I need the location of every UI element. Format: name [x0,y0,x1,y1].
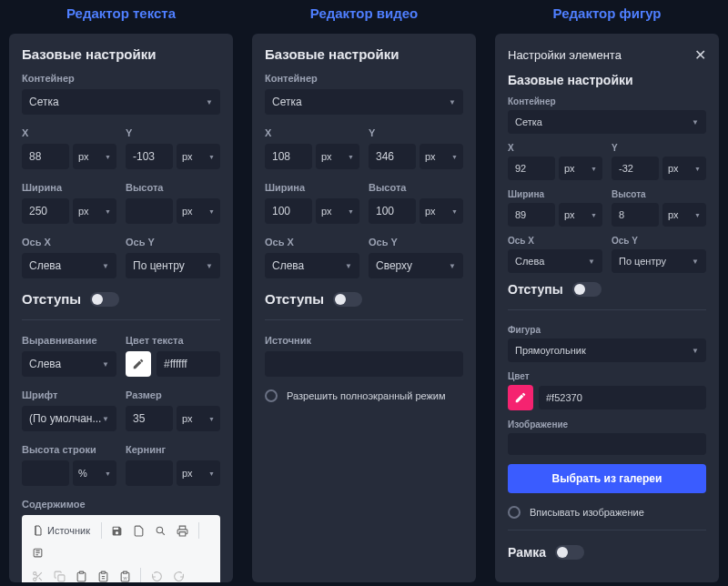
axis-y-select[interactable]: По центру▼ [126,253,220,278]
lineheight-input[interactable] [22,460,69,486]
height-input[interactable]: 8 [612,203,659,227]
svg-rect-5 [79,571,83,573]
textcolor-swatch[interactable] [126,351,151,377]
textcolor-input[interactable]: #ffffff [157,351,220,377]
section-basic-title: Базовые настройки [265,46,463,62]
x-input[interactable]: 88 [22,144,69,169]
toolbar-paste-text-button[interactable] [93,566,113,582]
source-input[interactable] [265,351,463,377]
caret-down-icon: ▼ [348,154,354,160]
shape-type-select[interactable]: Прямоугольник ▼ [508,338,706,362]
y-unit-select[interactable]: px▼ [420,144,463,169]
divider [508,309,706,310]
y-input[interactable]: -103 [126,144,173,169]
width-input[interactable]: 89 [508,203,555,227]
axis-x-select[interactable]: Слева▼ [508,249,602,273]
toolbar-newdoc-button[interactable] [129,520,149,541]
width-unit-select[interactable]: px▼ [316,198,359,224]
fit-image-radio[interactable] [508,506,521,519]
caret-down-icon: ▼ [206,262,213,270]
width-unit-select[interactable]: px▼ [559,203,602,227]
toolbar-paste-word-button[interactable]: W [115,566,135,582]
frame-label: Рамка [508,545,546,560]
richtext-toolbar: Источник W [22,515,220,582]
axis-x-label: Ось X [508,236,602,246]
font-select[interactable]: (По умолчан...▼ [22,406,116,431]
axis-y-label: Ось Y [369,237,463,248]
x-unit-select[interactable]: px▼ [559,157,602,180]
axis-x-select[interactable]: Слева▼ [265,253,359,278]
y-label: Y [126,127,220,138]
container-select[interactable]: Сетка ▼ [265,89,463,115]
x-unit-select[interactable]: px▼ [316,144,359,169]
axis-x-select[interactable]: Слева▼ [22,253,116,278]
caret-down-icon: ▼ [105,208,111,215]
caret-down-icon: ▼ [694,166,701,172]
height-unit-select[interactable]: px▼ [177,198,220,224]
svg-point-3 [33,578,35,581]
svg-point-0 [157,527,164,533]
fontsize-input[interactable]: 35 [126,406,173,431]
caret-down-icon: ▼ [694,212,701,218]
column-text-editor: Редактор текста Базовые настройки Контей… [9,4,233,582]
toolbar-source-button[interactable]: Источник [27,520,96,541]
offsets-toggle[interactable] [572,282,602,297]
kerning-label: Кернинг [126,444,220,455]
x-input[interactable]: 108 [265,144,312,169]
lineheight-unit-select[interactable]: %▼ [73,460,116,486]
height-label: Высота [612,189,706,199]
toolbar-save-button[interactable] [107,520,127,541]
image-input[interactable] [508,433,706,455]
height-input[interactable] [126,198,173,224]
width-input[interactable]: 250 [22,198,69,224]
container-select[interactable]: Сетка ▼ [22,89,220,115]
toolbar-copy-button[interactable] [49,566,69,582]
column-title: Редактор фигур [495,5,719,21]
y-input[interactable]: 346 [369,144,416,169]
height-input[interactable]: 100 [369,198,416,224]
fontsize-unit-select[interactable]: px▼ [177,406,220,431]
caret-down-icon: ▼ [692,118,699,126]
align-select[interactable]: Слева▼ [22,351,116,377]
shapecolor-input[interactable]: #f52370 [539,386,706,409]
container-select[interactable]: Сетка ▼ [508,110,706,134]
shape-type-label: Фигура [508,325,706,335]
height-unit-select[interactable]: px▼ [662,203,706,227]
close-icon[interactable]: ✕ [694,46,706,64]
toolbar-undo-button[interactable] [147,566,167,582]
file-icon [133,525,145,537]
y-input[interactable]: -32 [612,157,659,180]
save-icon [111,525,123,537]
kerning-unit-select[interactable]: px▼ [177,460,220,486]
y-unit-select[interactable]: px▼ [177,144,220,169]
select-gallery-button[interactable]: Выбрать из галереи [508,464,706,493]
toolbar-paste-button[interactable] [71,566,91,582]
shapecolor-swatch[interactable] [508,385,533,410]
section-basic-title: Базовые настройки [22,46,220,62]
caret-down-icon: ▼ [345,262,352,270]
panel-shape: Настройки элемента ✕ Базовые настройки К… [495,34,719,582]
offsets-toggle[interactable] [333,292,362,307]
y-unit-select[interactable]: px▼ [662,157,706,180]
frame-toggle[interactable] [555,545,584,560]
document-icon [33,525,44,536]
height-unit-select[interactable]: px▼ [420,198,463,224]
kerning-input[interactable] [126,460,173,486]
axis-y-select[interactable]: По центру▼ [612,249,706,273]
offsets-toggle[interactable] [90,292,119,307]
caret-down-icon: ▼ [102,262,109,270]
toolbar-cut-button[interactable] [27,566,47,582]
axis-y-select[interactable]: Сверху▼ [369,253,463,278]
caret-down-icon: ▼ [588,258,595,266]
width-input[interactable]: 100 [265,198,312,224]
x-unit-select[interactable]: px▼ [73,144,116,169]
fullscreen-radio[interactable] [265,389,278,402]
x-input[interactable]: 92 [508,157,555,180]
toolbar-preview-button[interactable] [151,520,171,541]
axis-y-label: Ось Y [612,236,706,246]
axis-y-label: Ось Y [126,237,220,248]
toolbar-templates-button[interactable] [27,542,47,562]
toolbar-redo-button[interactable] [168,566,188,582]
toolbar-print-button[interactable] [173,520,193,541]
width-unit-select[interactable]: px▼ [73,198,116,224]
